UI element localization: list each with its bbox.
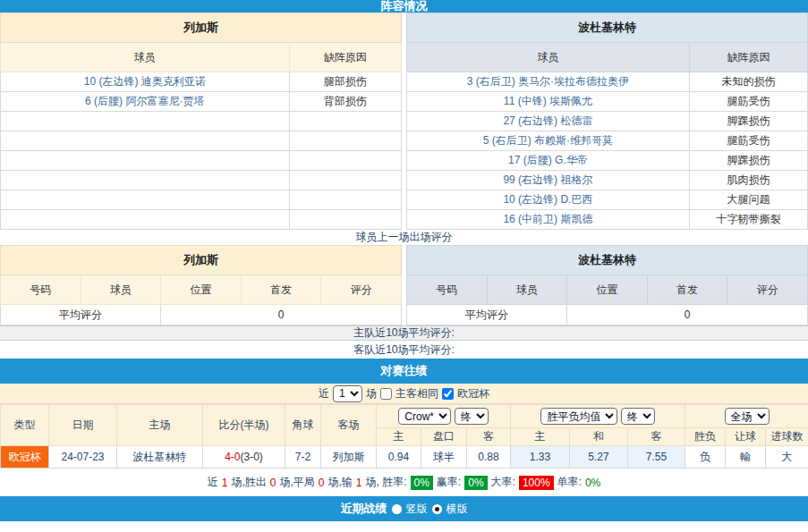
- summary-count: 1: [222, 477, 228, 489]
- ratings-table-home: 列加斯 号码 球员 位置 首发 评分 平均评分 0: [0, 245, 402, 325]
- col-player: 球员: [407, 43, 690, 72]
- col-reason: 缺阵原因: [289, 43, 401, 72]
- same-venue-checkbox[interactable]: [380, 388, 392, 400]
- reason-cell: [289, 171, 401, 190]
- col-type: 类型: [1, 405, 49, 446]
- avg-rating-value: 0: [161, 305, 402, 325]
- lineup-section-header: 阵容情况: [0, 0, 808, 13]
- bookmaker-select[interactable]: Crow*: [398, 408, 451, 425]
- away-team-name: 波杜基林特: [407, 13, 808, 43]
- table-row: 平均评分 0: [1, 305, 402, 325]
- col-player: 球员: [81, 275, 161, 305]
- col-position: 位置: [567, 275, 648, 305]
- away-team-name: 波杜基林特: [407, 246, 808, 275]
- summary-text: 场,输: [327, 475, 352, 490]
- col-position: 位置: [161, 275, 242, 305]
- ratings-note: 球员上一场出场评分: [0, 230, 808, 245]
- reason-cell: 肌肉损伤: [689, 171, 807, 190]
- scope-select[interactable]: 全场: [725, 408, 770, 425]
- table-row: [1, 151, 402, 171]
- wdl-avg-select[interactable]: 胜平负均值: [540, 408, 617, 425]
- rounds-select[interactable]: 1: [333, 385, 362, 402]
- col-starter: 首发: [647, 275, 727, 305]
- rounds-unit-label: 场: [366, 386, 377, 401]
- reason-cell: 腿部损伤: [289, 72, 401, 92]
- summary-text: 场, 胜率:: [366, 475, 407, 490]
- player-link[interactable]: 27 (右边锋) 松德雷: [503, 114, 592, 127]
- reason-cell: [289, 210, 401, 230]
- near-label: 近: [319, 386, 329, 401]
- cup-checkbox[interactable]: [442, 388, 454, 400]
- match-date: 24-07-23: [49, 446, 117, 469]
- result-ou: 大: [766, 446, 808, 469]
- player-link[interactable]: 6 (后腰) 阿尔富塞尼·贾塔: [85, 95, 204, 107]
- same-venue-label[interactable]: 主客相同: [395, 386, 438, 401]
- player-link[interactable]: 10 (左边锋) D.巴西: [503, 193, 592, 206]
- reason-cell: 脚踝损伤: [689, 151, 807, 171]
- summary-text: 大率:: [491, 475, 515, 490]
- radio-dot: [435, 507, 439, 511]
- table-row: 99 (右边锋) 祖格尔肌肉损伤: [407, 171, 808, 190]
- h2h-table: 类型 日期 主场 比分(半场) 角球 客场 Crow* 终 胜平负均值 终 全场…: [0, 404, 808, 469]
- col-ah-line: 盘口: [421, 428, 467, 446]
- player-link[interactable]: 5 (右后卫) 布赖斯·维邦哥莫: [483, 134, 613, 147]
- home-team-name: 列加斯: [1, 246, 402, 275]
- player-link[interactable]: 99 (右边锋) 祖格尔: [503, 173, 592, 186]
- single-rate-value: 0%: [585, 477, 600, 489]
- col-rating: 评分: [727, 275, 808, 305]
- match-type-badge: 欧冠杯: [1, 446, 49, 469]
- summary-count: 0: [319, 477, 325, 489]
- player-link[interactable]: 17 (后腰) G.华帝: [508, 154, 588, 166]
- reason-cell: [289, 151, 401, 171]
- ah-final-select[interactable]: 终: [455, 408, 489, 425]
- away-avg-note: 客队近10场平均评分:: [0, 341, 808, 359]
- half-score: (3-0): [241, 451, 263, 463]
- reason-cell: 十字韧带撕裂: [689, 210, 807, 230]
- reason-cell: 脚踝损伤: [689, 112, 807, 131]
- reason-cell: 未知的损伤: [689, 72, 807, 92]
- recent-title: 近期战绩: [341, 501, 387, 517]
- col-home: 主场: [117, 405, 203, 446]
- lineup-table-away: 波杜基林特 球员 缺阵原因 3 (右后卫) 奥马尔·埃拉布德拉奥伊未知的损伤 1…: [406, 13, 808, 230]
- reason-cell: 大腿问题: [689, 190, 807, 210]
- horizontal-label[interactable]: 横版: [447, 502, 468, 517]
- col-player: 球员: [1, 43, 290, 72]
- table-row: 5 (右后卫) 布赖斯·维邦哥莫腿筋受伤: [407, 131, 808, 151]
- col-player: 球员: [487, 275, 567, 305]
- vertical-radio[interactable]: [392, 504, 402, 514]
- ah-win-rate-badge: 0%: [464, 476, 487, 490]
- vertical-label[interactable]: 竖版: [406, 502, 428, 517]
- table-row: 10 (左边锋) D.巴西大腿问题: [407, 190, 808, 210]
- summary-text: 场,平局: [279, 475, 314, 490]
- col-number: 号码: [1, 275, 81, 305]
- table-row: [1, 112, 402, 131]
- table-row: 17 (后腰) G.华帝脚踝损伤: [407, 151, 808, 171]
- lineup-title: 阵容情况: [381, 0, 428, 13]
- ah-line: 球半: [421, 446, 467, 469]
- summary-text: 单率:: [557, 475, 582, 490]
- table-row: [1, 131, 402, 151]
- table-row: [1, 210, 402, 230]
- lineup-table-home: 列加斯 球员 缺阵原因 10 (左边锋) 迪奥克利亚诺腿部损伤 6 (后腰) 阿…: [0, 13, 402, 230]
- reason-cell: [289, 112, 401, 131]
- recent-section-header: 近期战绩 竖版 横版: [0, 496, 808, 521]
- horizontal-radio[interactable]: [432, 504, 442, 514]
- ratings-table-away: 波杜基林特 号码 球员 位置 首发 评分 平均评分 0: [406, 245, 808, 325]
- col-score: 比分(半场): [203, 405, 285, 446]
- table-row: 平均评分 0: [407, 305, 808, 325]
- col-reason: 缺阵原因: [689, 43, 807, 72]
- player-link[interactable]: 11 (中锋) 埃斯佩尤: [504, 95, 592, 107]
- reason-cell: 背部损伤: [289, 92, 401, 112]
- player-link[interactable]: 16 (中前卫) 斯凯德: [503, 213, 592, 225]
- col-wdl-away: 客: [628, 428, 685, 446]
- table-row: 10 (左边锋) 迪奥克利亚诺腿部损伤: [1, 72, 402, 92]
- wdl-final-select[interactable]: 终: [621, 408, 655, 425]
- player-link[interactable]: 10 (左边锋) 迪奥克利亚诺: [84, 75, 206, 88]
- col-result-wdl: 胜负: [685, 428, 726, 446]
- h2h-controls: 近 1 场 主客相同 欧冠杯: [0, 384, 808, 404]
- player-link[interactable]: 3 (右后卫) 奥马尔·埃拉布德拉奥伊: [467, 75, 629, 88]
- col-corner: 角球: [285, 405, 321, 446]
- match-score: 4-0(3-0): [203, 446, 285, 469]
- cup-label[interactable]: 欧冠杯: [457, 386, 489, 401]
- col-away: 客场: [321, 405, 377, 446]
